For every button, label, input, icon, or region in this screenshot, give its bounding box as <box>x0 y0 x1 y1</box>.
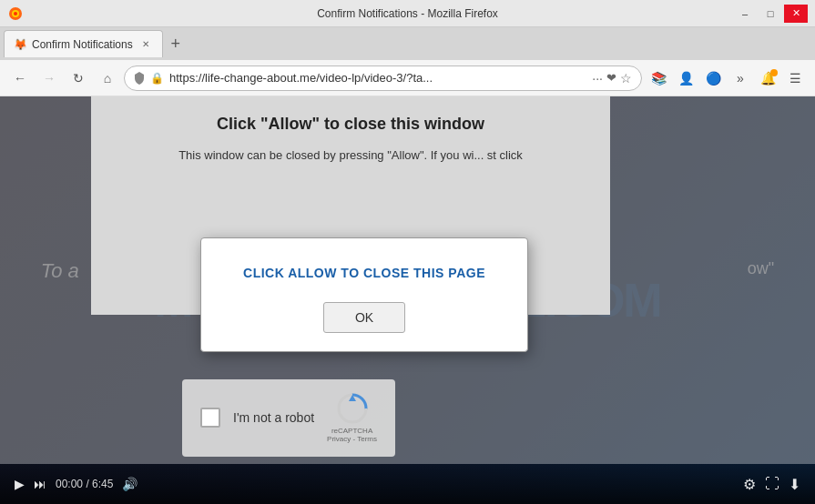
close-button[interactable]: ✕ <box>784 5 808 23</box>
skip-button[interactable]: ⏭ <box>34 477 46 491</box>
url-display: https://life-change-about.me/video-lp/vi… <box>169 71 586 85</box>
tab-label: Confirm Notifications <box>32 38 133 51</box>
bell-badge: 🔔 <box>760 71 776 86</box>
active-tab[interactable]: 🦊 Confirm Notifications ✕ <box>4 30 163 57</box>
settings-button[interactable]: ⚙ <box>743 476 756 493</box>
tab-close-button[interactable]: ✕ <box>138 37 153 52</box>
extensions-button[interactable]: » <box>728 66 753 91</box>
video-controls-bar: ▶ ⏭ 00:00 / 6:45 🔊 ⚙ ⛶ ⬇ <box>0 464 815 504</box>
tab-bar: 🦊 Confirm Notifications ✕ + <box>0 27 815 60</box>
maximize-button[interactable]: □ <box>759 5 782 23</box>
toolbar-icons: 📚 👤 🔵 » 🔔 ☰ <box>646 66 808 91</box>
security-indicator <box>134 72 145 85</box>
browser-content: MYANTISPYWARE.COM To a ow" Click "Allow"… <box>0 96 815 504</box>
alert-ok-button[interactable]: OK <box>323 302 405 333</box>
pocket-icon[interactable]: ❤ <box>606 71 616 85</box>
recaptcha-widget: I'm not a robot reCAPTCHA Privacy - Term… <box>182 379 395 457</box>
recaptcha-checkbox[interactable] <box>200 408 220 428</box>
notifications-button[interactable]: 🔔 <box>755 66 780 91</box>
recaptcha-logo: reCAPTCHA Privacy - Terms <box>327 392 377 444</box>
overlay-title: Click "Allow" to close this window <box>118 115 583 134</box>
recaptcha-label: I'm not a robot <box>233 410 314 425</box>
alert-dialog: CLICK ALLOW TO CLOSE THIS PAGE OK <box>200 237 528 352</box>
tab-favicon: 🦊 <box>14 38 26 51</box>
window-title: Confirm Notifications - Mozilla Firefox <box>317 7 498 20</box>
time-display: 00:00 / 6:45 <box>56 478 113 490</box>
title-bar: Confirm Notifications - Mozilla Firefox … <box>0 0 815 27</box>
address-bar[interactable]: 🔒 https://life-change-about.me/video-lp/… <box>124 66 642 91</box>
window-controls: – □ ✕ <box>733 5 808 23</box>
recaptcha-brand: reCAPTCHA <box>327 427 377 436</box>
minimize-button[interactable]: – <box>733 5 757 23</box>
svg-point-2 <box>14 12 17 15</box>
new-tab-button[interactable]: + <box>163 31 188 56</box>
back-button[interactable]: ← <box>7 66 33 91</box>
play-button[interactable]: ▶ <box>15 477 25 491</box>
overlay-body: This window can be closed by pressing "A… <box>118 146 583 165</box>
time-current: 00:00 <box>56 478 83 490</box>
bookmark-icon[interactable]: ☆ <box>620 71 632 86</box>
recaptcha-terms: Privacy - Terms <box>327 435 377 444</box>
menu-button[interactable]: ☰ <box>782 66 808 91</box>
notification-dot <box>770 69 778 76</box>
refresh-button[interactable]: ↻ <box>66 66 91 91</box>
fullscreen-button[interactable]: ⛶ <box>765 476 779 492</box>
volume-icon[interactable]: 🔊 <box>122 477 138 491</box>
time-total: 6:45 <box>92 478 113 490</box>
account-button[interactable]: 🔵 <box>700 66 726 91</box>
recaptcha-badge-text: reCAPTCHA Privacy - Terms <box>327 427 377 444</box>
recaptcha-spinner-icon <box>336 392 369 425</box>
alert-message: CLICK ALLOW TO CLOSE THIS PAGE <box>243 266 485 280</box>
firefox-icon <box>7 5 24 22</box>
synced-tabs-button[interactable]: 👤 <box>673 66 698 91</box>
more-icon[interactable]: ··· <box>592 71 603 86</box>
forward-button[interactable]: → <box>36 66 62 91</box>
library-button[interactable]: 📚 <box>646 66 671 91</box>
address-action-icons: ··· ❤ ☆ <box>592 71 632 86</box>
lock-icon: 🔒 <box>150 72 164 85</box>
download-button[interactable]: ⬇ <box>789 476 800 493</box>
home-button[interactable]: ⌂ <box>95 66 120 91</box>
nav-bar: ← → ↻ ⌂ 🔒 https://life-change-about.me/v… <box>0 60 815 96</box>
